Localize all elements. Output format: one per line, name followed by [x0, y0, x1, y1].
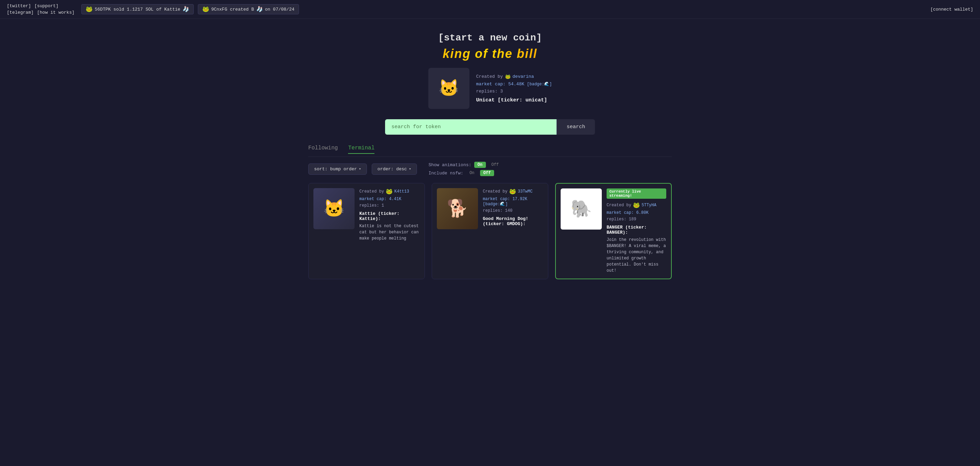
ticker-banner: 🐸 56DTPK sold 1.1217 SOL of Kattie 🧦 🐸 9…	[81, 4, 930, 14]
animations-off-toggle[interactable]: Off	[488, 162, 502, 168]
sort-filter-button[interactable]: sort: bump order ▾	[308, 163, 367, 175]
featured-coin-name: Unicat [ticker: unicat]	[476, 97, 552, 103]
filters-bar: sort: bump order ▾ order: desc ▾ Show an…	[308, 162, 672, 176]
featured-market-cap: market cap: 54.48K [badge:🌊]	[476, 82, 552, 87]
coin-card-2-replies: replies: 140	[483, 208, 543, 213]
coin-card-3-desc: Join the revolution with $BANGER! A vira…	[606, 237, 666, 274]
coin-grid: 🐱 Created by 🐸 K4tt13 market cap: 4.41K …	[308, 183, 672, 279]
support-link[interactable]: [support]	[34, 3, 58, 9]
search-button[interactable]: search	[557, 119, 595, 135]
featured-created-by: Created by 🐸 devarina	[476, 74, 552, 79]
coin-card-3-info: Currently live streaming! Created by 🐸 5…	[606, 189, 666, 274]
coin-card-3-creator-emoji: 🐸	[633, 202, 640, 209]
search-bar: search	[308, 119, 672, 135]
tabs-bar: Following Terminal	[308, 145, 672, 157]
nsfw-on-toggle[interactable]: On	[466, 170, 478, 176]
tab-terminal[interactable]: Terminal	[348, 145, 374, 154]
coin-card-1-creator-name[interactable]: K4tt13	[395, 189, 409, 194]
header: [twitter] [support] [telegram] [how it w…	[0, 0, 980, 19]
coin-card-3-creator-name[interactable]: 5TTyHA	[641, 203, 656, 208]
featured-replies: replies: 3	[476, 89, 552, 94]
how-it-works-link[interactable]: [how it works]	[37, 10, 75, 15]
sort-filter-label: sort: bump order	[314, 166, 357, 172]
featured-coin-info: Created by 🐸 devarina market cap: 54.48K…	[476, 68, 552, 109]
featured-creator-name[interactable]: devarina	[512, 74, 534, 79]
featured-created-by-label: Created by	[476, 74, 503, 79]
nsfw-off-toggle[interactable]: Off	[480, 170, 495, 176]
coin-card-1-name: Kattie (ticker: Kattie):	[360, 211, 420, 221]
coin-card-2-info: Created by 🐸 33TwMC market cap: 17.92K […	[483, 188, 543, 274]
ticker-item-2[interactable]: 🐸 9CnxFG created B 🧦 on 07/08/24	[198, 4, 299, 14]
featured-coin-emoji: 🐱	[439, 78, 459, 98]
animations-filter-row: Show animations: On Off	[429, 162, 502, 168]
coin-card-2[interactable]: 🐕 Created by 🐸 33TwMC market cap: 17.92K…	[432, 183, 548, 279]
coin-card-3-creator: Created by 🐸 5TTyHA	[606, 202, 666, 209]
coin-card-2-created-label: Created by	[483, 189, 508, 194]
order-filter-label: order: desc	[377, 166, 407, 172]
coin-card-2-badge: [badge:🌊]	[483, 202, 508, 207]
coin-card-1-created-label: Created by	[360, 189, 384, 194]
coin-card-2-name: Good Morning Dog! (ticker: GMDOG):	[483, 216, 543, 227]
start-coin-section: [start a new coin]	[308, 33, 672, 43]
order-filter-button[interactable]: order: desc ▾	[372, 163, 417, 175]
coin-card-1-creator-emoji: 🐸	[386, 188, 393, 195]
animations-on-toggle[interactable]: On	[474, 162, 486, 168]
ticker-item-1[interactable]: 🐸 56DTPK sold 1.1217 SOL of Kattie 🧦	[81, 4, 194, 14]
coin-card-1-emoji: 🐱	[323, 198, 345, 219]
tab-following[interactable]: Following	[308, 145, 338, 154]
coin-card-3-replies: replies: 189	[606, 217, 666, 222]
main-content: [start a new coin] king of the bill 🐱 Cr…	[301, 19, 679, 286]
order-chevron-icon: ▾	[409, 167, 411, 171]
coin-card-2-image: 🐕	[437, 188, 478, 229]
king-title: king of the bill	[308, 47, 672, 61]
coin-card-1-image: 🐱	[313, 188, 355, 229]
header-nav-links: [twitter] [support] [telegram] [how it w…	[7, 3, 75, 15]
coin-card-2-creator: Created by 🐸 33TwMC	[483, 188, 543, 195]
coin-card-1[interactable]: 🐱 Created by 🐸 K4tt13 market cap: 4.41K …	[308, 183, 425, 279]
animations-toggle[interactable]: On Off	[474, 162, 502, 168]
featured-coin[interactable]: 🐱 Created by 🐸 devarina market cap: 54.4…	[370, 68, 610, 109]
ticker-text-1: 56DTPK sold 1.1217 SOL of Kattie	[95, 7, 180, 12]
coin-card-3-created-label: Created by	[606, 203, 631, 208]
ticker-text-2: 9CnxFG created B	[211, 7, 254, 12]
coin-card-3-emoji: 🐘	[571, 199, 592, 220]
ticker-emoji-sock-1: 🧦	[183, 6, 189, 13]
telegram-link[interactable]: [telegram]	[7, 10, 33, 15]
filter-toggles: Show animations: On Off Include nsfw: On…	[429, 162, 502, 176]
start-coin-link[interactable]: [start a new coin]	[438, 33, 542, 43]
coin-card-2-emoji: 🐕	[447, 198, 468, 219]
connect-wallet-button[interactable]: [connect wallet]	[930, 7, 973, 12]
animations-label: Show animations:	[429, 162, 471, 168]
coin-card-3-market: market cap: 6.80K	[606, 211, 666, 215]
nsfw-toggle[interactable]: On Off	[466, 170, 494, 176]
coin-card-2-creator-emoji: 🐸	[509, 188, 516, 195]
ticker-emoji-sock-2: 🧦	[256, 6, 263, 13]
search-input[interactable]	[385, 119, 557, 135]
ticker-emoji-1: 🐸	[86, 6, 92, 13]
coin-card-1-info: Created by 🐸 K4tt13 market cap: 4.41K re…	[360, 188, 420, 274]
coin-card-1-market: market cap: 4.41K	[360, 197, 420, 201]
ticker-date-2: on 07/08/24	[265, 7, 294, 12]
coin-card-1-replies: replies: 1	[360, 203, 420, 208]
featured-badge: [badge:🌊]	[527, 82, 552, 87]
twitter-link[interactable]: [twitter]	[7, 3, 31, 9]
sort-chevron-icon: ▾	[359, 167, 361, 171]
ticker-emoji-2: 🐸	[202, 6, 209, 13]
coin-card-1-creator: Created by 🐸 K4tt13	[360, 188, 420, 195]
coin-card-3-image: 🐘	[561, 189, 602, 230]
nsfw-label: Include nsfw:	[429, 171, 463, 176]
featured-coin-image: 🐱	[428, 68, 469, 109]
coin-card-3[interactable]: 🐘 Currently live streaming! Created by 🐸…	[555, 183, 672, 279]
coin-card-1-desc: Kattie is not the cutest cat but her beh…	[360, 223, 420, 242]
coin-card-3-name: BANGER (ticker: BANGER):	[606, 225, 666, 235]
coin-card-2-market: market cap: 17.92K [badge:🌊]	[483, 197, 543, 207]
nsfw-filter-row: Include nsfw: On Off	[429, 170, 502, 176]
coin-card-2-creator-name[interactable]: 33TwMC	[518, 189, 533, 194]
featured-creator-emoji: 🐸	[505, 74, 511, 79]
live-streaming-badge: Currently live streaming!	[606, 189, 666, 199]
